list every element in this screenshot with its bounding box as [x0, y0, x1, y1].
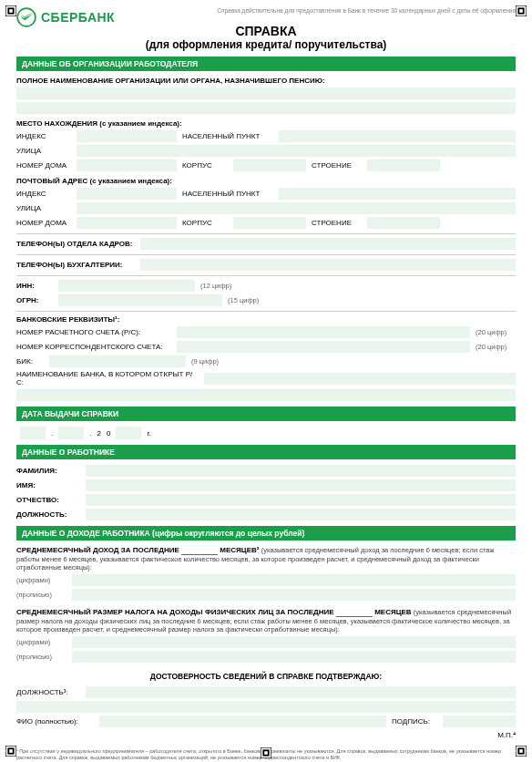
avg-income-months[interactable]	[181, 546, 218, 555]
house-label: НОМЕР ДОМА	[16, 161, 71, 170]
acc-phone-label: ТЕЛЕФОН(Ы) БУХГАЛТЕРИИ:	[16, 261, 135, 269]
post-settlement[interactable]	[279, 188, 516, 200]
income-digits[interactable]	[72, 574, 516, 586]
hr-phone[interactable]	[140, 238, 516, 250]
fiducial-bottom-center	[261, 747, 271, 758]
loc-house[interactable]	[77, 160, 177, 171]
svg-rect-5	[519, 9, 523, 13]
street-label: УЛИЦА	[16, 147, 71, 155]
avg-income-b: МЕСЯЦЕВ²	[220, 546, 259, 554]
bank-name-2[interactable]	[16, 389, 516, 401]
inn-hint: (12 цифр)	[200, 282, 231, 290]
brand-text: СБЕРБАНК	[41, 10, 115, 25]
ogrn-hint: (15 цифр)	[228, 296, 259, 304]
logo: СБЕРБАНК	[16, 7, 115, 27]
position[interactable]	[86, 509, 516, 520]
section-employee: ДАННЫЕ О РАБОТНИКЕ	[16, 445, 516, 459]
tax-words[interactable]	[72, 651, 516, 663]
digits-label-1: (цифрами)	[16, 576, 66, 584]
mp-label: М.П.⁴	[16, 731, 516, 739]
tax-months[interactable]	[336, 608, 373, 617]
position-label: ДОЛЖНОСТЬ:	[16, 510, 80, 519]
fio[interactable]	[99, 716, 386, 727]
bank-name-label: НАИМЕНОВАНИЕ БАНКА, В КОТОРОМ ОТКРЫТ Р/С…	[16, 370, 199, 386]
idx-label: ИНДЕКС	[16, 132, 71, 140]
date-tail: г.	[147, 429, 150, 438]
post-korpus[interactable]	[233, 217, 306, 229]
post-house[interactable]	[77, 217, 177, 229]
digits-label-2: (цифрами)	[16, 638, 66, 646]
fio-label: ФИО (полностью):	[16, 717, 94, 726]
rs[interactable]	[177, 326, 470, 338]
bik-label: БИК:	[16, 357, 44, 366]
post-idx-label: ИНДЕКС	[16, 190, 71, 198]
post-label: ПОЧТОВЫЙ АДРЕС (с указанием индекса):	[16, 177, 516, 185]
date-month[interactable]	[58, 427, 84, 439]
loc-street[interactable]	[77, 145, 516, 157]
fiducial-bottom-left	[5, 746, 16, 757]
loc-idx[interactable]	[77, 130, 177, 142]
date-day[interactable]	[20, 427, 46, 439]
rs-hint: (20 цифр)	[476, 328, 516, 336]
tax-a: СРЕДНЕМЕСЯЧНЫЙ РАЗМЕР НАЛОГА НА ДОХОДЫ Ф…	[16, 608, 334, 616]
hr-phone-label: ТЕЛЕФОН(Ы) ОТДЕЛА КАДРОВ:	[16, 240, 135, 248]
inn[interactable]	[58, 280, 195, 292]
surname[interactable]	[86, 465, 516, 477]
post-building[interactable]	[367, 217, 440, 229]
signer-position-label: ДОЛЖНОСТЬ³:	[16, 688, 80, 696]
patronymic-label: ОТЧЕСТВО:	[16, 496, 80, 504]
rs-label: НОМЕР РАСЧЕТНОГО СЧЕТА (Р/С):	[16, 328, 171, 336]
signature[interactable]	[443, 716, 516, 727]
bik-hint: (9 цифр)	[191, 357, 219, 366]
acc-phone[interactable]	[140, 259, 516, 271]
patronymic[interactable]	[86, 494, 516, 506]
settlement-label: НАСЕЛЕННЫЙ ПУНКТ	[182, 132, 273, 140]
post-house-label: НОМЕР ДОМА	[16, 219, 71, 227]
svg-rect-14	[264, 751, 268, 755]
signer-position[interactable]	[86, 686, 516, 698]
date-y2: 0	[107, 429, 110, 438]
loc-korpus[interactable]	[233, 160, 306, 171]
confirm-line: ДОСТОВЕРНОСТЬ СВЕДЕНИЙ В СПРАВКЕ ПОДТВЕР…	[16, 672, 516, 681]
bik[interactable]	[49, 355, 186, 367]
validity-note: Справка действительна для предоставления…	[217, 7, 516, 14]
location-label: МЕСТО НАХОЖДЕНИЯ (с указанием индекса):	[16, 119, 516, 128]
building-label: СТРОЕНИЕ	[312, 161, 362, 170]
org-fullname-1[interactable]	[16, 88, 516, 99]
name-label: ИМЯ:	[16, 481, 80, 489]
words-label-1: (прописью)	[16, 591, 66, 599]
inn-label: ИНН:	[16, 282, 53, 290]
fiducial-top-left	[5, 5, 16, 16]
words-label-2: (прописью)	[16, 653, 66, 661]
ks[interactable]	[177, 341, 470, 353]
post-street[interactable]	[77, 202, 516, 214]
svg-rect-8	[9, 749, 13, 753]
loc-settlement[interactable]	[279, 130, 516, 142]
post-street-label: УЛИЦА	[16, 204, 71, 212]
tax-digits[interactable]	[72, 636, 516, 648]
surname-label: ФАМИЛИЯ:	[16, 467, 80, 475]
org-fullname-2[interactable]	[16, 102, 516, 114]
subtitle: (для оформления кредита/ поручительства)	[16, 38, 516, 51]
ogrn-label: ОГРН:	[16, 296, 53, 304]
avg-income-a: СРЕДНЕМЕСЯЧНЫЙ ДОХОД ЗА ПОСЛЕДНИЕ	[16, 546, 179, 554]
signature-label: ПОДПИСЬ:	[392, 717, 437, 726]
section-date: ДАТА ВЫДАЧИ СПРАВКИ	[16, 407, 516, 421]
post-building-label: СТРОЕНИЕ	[312, 219, 362, 227]
ks-hint: (20 цифр)	[476, 343, 516, 351]
section-income: ДАННЫЕ О ДОХОДЕ РАБОТНИКА (цифры округля…	[16, 526, 516, 541]
firstname[interactable]	[86, 479, 516, 491]
bank-name[interactable]	[204, 373, 516, 385]
svg-rect-11	[519, 749, 523, 753]
bank-req-label: БАНКОВСКИЕ РЕКВИЗИТЫ¹:	[16, 315, 516, 324]
ogrn[interactable]	[58, 294, 222, 306]
fiducial-top-right	[516, 5, 527, 16]
sberbank-icon	[16, 7, 36, 27]
post-idx[interactable]	[77, 188, 177, 200]
loc-building[interactable]	[367, 160, 440, 171]
signer-position-2[interactable]	[16, 701, 516, 713]
income-words[interactable]	[72, 589, 516, 601]
svg-rect-2	[9, 9, 13, 13]
date-year-tail[interactable]	[116, 427, 141, 439]
org-fullname-label: ПОЛНОЕ НАИМЕНОВАНИЕ ОРГАНИЗАЦИИ ИЛИ ОРГА…	[16, 77, 516, 85]
